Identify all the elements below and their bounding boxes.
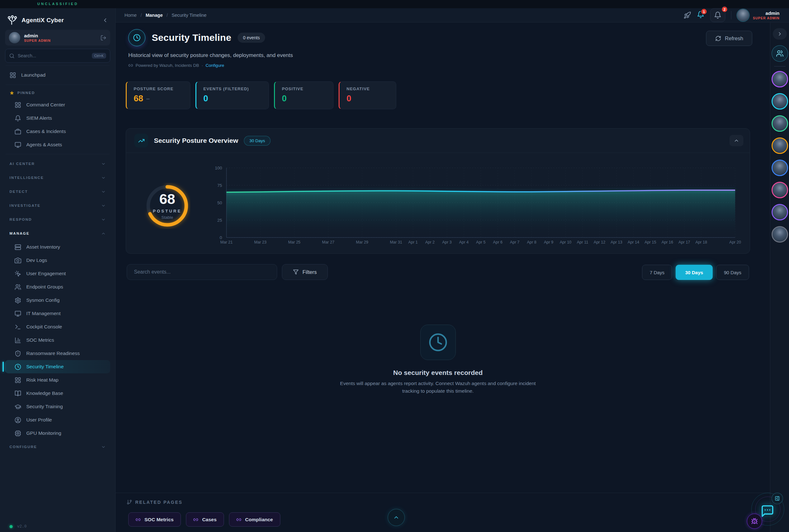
sidebar-item-gpu-monitoring[interactable]: GPU Monitoring [5,426,110,440]
x-tick-label: Apr 1 [408,240,418,245]
sidebar-item-user-engagement[interactable]: User Engagement [5,267,110,280]
assistant-avatar-3[interactable] [772,115,788,132]
assistant-avatar-5[interactable] [772,159,788,176]
sidebar-item-siem-alerts[interactable]: SIEM Alerts [5,112,110,125]
sidebar-item-sysmon-config[interactable]: Sysmon Config [5,293,110,307]
related-link-compliance[interactable]: Compliance [229,512,280,527]
sidebar-item-it-management[interactable]: IT Management [5,307,110,320]
stat-value: 0 [282,94,287,103]
x-tick-label: Mar 25 [288,240,301,245]
related-link-soc-metrics[interactable]: SOC Metrics [128,512,181,527]
divider [6,65,110,65]
sidebar-item-launchpad[interactable]: Launchpad [5,68,110,82]
sidebar-item-endpoint-groups[interactable]: Endpoint Groups [5,280,110,293]
notification-count-badge: 2 [721,6,728,13]
related-pages-header: RELATED PAGES [127,499,183,505]
classification-banner: UNCLASSIFIED [0,0,789,8]
debug-button[interactable] [747,514,762,529]
user-role: SUPER ADMIN [24,39,51,42]
search-events-input[interactable]: Search events... [127,264,277,280]
range-30-days-button[interactable]: 30 Days [676,265,713,280]
sidebar-item-ransomware-readiness[interactable]: Ransomware Readiness [5,347,110,360]
topbar-user-menu[interactable]: admin SUPER ADMIN [737,9,779,21]
sidebar-item-command-center[interactable]: Command Center [5,98,110,112]
chevron-down-icon [101,444,106,449]
sidebar-user-card[interactable]: admin SUPER ADMIN [5,30,110,45]
chart-y-axis-labels: 1007550250 [198,168,222,238]
alert-count-badge: 1 [701,8,707,15]
configure-link[interactable]: Configure [206,63,224,68]
x-tick-label: Apr 14 [627,240,639,245]
alerts-bell-button[interactable]: 1 [697,11,705,20]
assistant-rail [770,22,789,532]
chevron-down-icon [101,203,106,208]
monitor-icon [15,310,21,317]
empty-state: No security events recorded Events will … [126,325,750,395]
sidebar-group-configure[interactable]: CONFIGURE [5,440,110,454]
search-icon [9,53,15,59]
stat-card-positive: POSITIVE 0 [274,81,334,109]
assistant-avatar-4[interactable] [772,137,788,154]
collapse-card-button[interactable] [730,135,744,146]
brand-name: AgentiX Cyber [21,17,64,24]
divider [6,84,110,85]
stat-label: POSTURE SCORE [134,87,183,91]
stat-card-posture-score: POSTURE SCORE 68– [126,81,190,109]
breadcrumb-home[interactable]: Home [125,13,137,18]
rocket-icon[interactable] [683,12,691,19]
page-title-icon [128,29,145,46]
rail-expand-button[interactable] [773,28,787,40]
sidebar-group-intelligence[interactable]: INTELLIGENCE [5,171,110,185]
sidebar-item-soc-metrics[interactable]: SOC Metrics [5,334,110,347]
range-7-days-button[interactable]: 7 Days [642,265,672,280]
related-link-cases[interactable]: Cases [186,512,224,527]
sidebar-group-respond[interactable]: RESPOND [5,212,110,226]
sidebar-item-cockpit-console[interactable]: Cockpit Console [5,320,110,334]
sidebar-item-label: Knowledge Base [26,391,63,396]
sidebar-group-investigate[interactable]: INVESTIGATE [5,198,110,212]
sidebar-group-manage[interactable]: MANAGE [5,226,110,240]
range-90-days-button[interactable]: 90 Days [716,265,749,280]
assistant-avatar-7[interactable] [772,204,788,221]
breadcrumb-manage[interactable]: Manage [146,13,163,18]
sidebar-item-cases-incidents[interactable]: Cases & Incidents [5,125,110,138]
bell-icon [15,115,21,121]
stat-value: 0 [203,94,208,103]
sidebar-item-security-training[interactable]: Security Training [5,400,110,413]
sidebar-item-asset-inventory[interactable]: Asset Inventory [5,240,110,254]
assistant-avatar-1[interactable] [772,71,788,88]
stat-card-negative: NEGATIVE 0 [339,81,396,109]
sidebar-item-knowledge-base[interactable]: Knowledge Base [5,387,110,400]
x-tick-label: Apr 4 [459,240,469,245]
assistant-avatar-8[interactable] [772,226,788,243]
user-name: admin [24,33,51,38]
notifications-button[interactable]: 2 [710,8,725,22]
sidebar-item-label: Risk Heat Map [26,377,59,383]
range-badge: 30 Days [244,136,270,146]
panel-toggle-button[interactable] [772,493,783,504]
refresh-button[interactable]: Refresh [706,31,752,46]
filters-button[interactable]: Filters [282,264,328,280]
sidebar-item-label: Launchpad [21,72,45,78]
logout-icon[interactable] [100,35,107,41]
rail-team-button[interactable] [772,45,788,62]
scroll-to-top-button[interactable] [388,509,405,526]
sidebar-item-user-profile[interactable]: User Profile [5,413,110,426]
card-title: Security Posture Overview [154,137,238,145]
sidebar-group-ai-center[interactable]: AI CENTER [5,157,110,171]
chat-button[interactable] [759,504,775,518]
sidebar-search-input[interactable]: Search... Ctrl+K [5,49,110,63]
sidebar-item-dev-logs[interactable]: Dev Logs [5,254,110,267]
sidebar-collapse-icon[interactable] [102,17,108,23]
pinned-section-header: PINNED [5,88,110,98]
sidebar-item-agents-assets[interactable]: Agents & Assets [5,138,110,151]
sidebar-item-risk-heat-map[interactable]: Risk Heat Map [5,373,110,387]
assistant-avatar-6[interactable] [772,182,788,198]
refresh-icon [715,36,721,41]
chevron-down-icon [101,162,106,166]
sidebar-item-security-timeline[interactable]: Security Timeline [5,360,110,373]
sidebar-group-detect[interactable]: DETECT [5,185,110,198]
assistant-avatar-2[interactable] [772,93,788,110]
y-tick-label: 0 [220,235,222,240]
terminal-icon [15,324,21,330]
